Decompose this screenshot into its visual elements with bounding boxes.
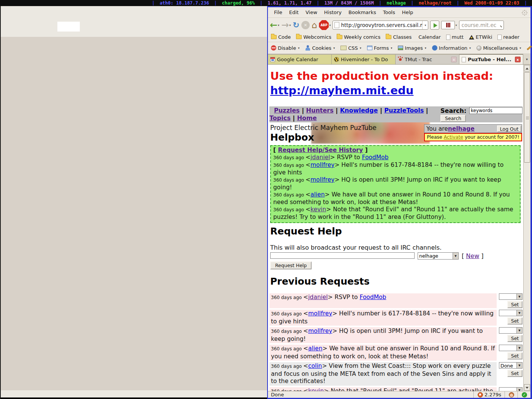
adblock-caret[interactable]: ▾: [329, 24, 331, 27]
webdev-menu-item[interactable]: Outline: [527, 45, 532, 51]
request-row-text: 360 days ago <mollfrey> Hell's number is…: [269, 310, 497, 326]
webdev-menu-item[interactable]: Cookies ▾: [305, 45, 335, 51]
forward-history-caret[interactable]: ▾: [289, 24, 291, 27]
site-nav-link[interactable]: PuzzleTools: [384, 107, 424, 114]
bookmark-item[interactable]: ETWiki: [469, 34, 492, 40]
row-user-link[interactable]: jdaniel: [308, 294, 328, 301]
web-search-input[interactable]: course.mit.ec: [462, 22, 497, 28]
site-search-button[interactable]: Search: [440, 115, 466, 122]
entry-user-link[interactable]: jdaniel: [310, 154, 330, 161]
row-user-link[interactable]: alien: [308, 345, 322, 352]
site-search-input[interactable]: keywords: [469, 107, 522, 114]
back-history-caret[interactable]: ▾: [278, 24, 279, 27]
left-window-minibuffer: [1, 397, 267, 399]
set-button[interactable]: Set: [507, 352, 522, 359]
webdev-menu-item[interactable]: Disable ▾: [271, 45, 299, 51]
entry-user-link[interactable]: alien: [310, 191, 325, 198]
vertical-scrollbar[interactable]: [523, 65, 530, 391]
tab-list-dropdown[interactable]: ▾: [523, 54, 530, 64]
mayhem-link[interactable]: http://mayhem.mit.edu: [270, 84, 413, 97]
url-input[interactable]: http://groovytron.servers.csail.mit: [341, 22, 422, 28]
status-select[interactable]: ▼: [499, 310, 522, 316]
requester-select[interactable]: nelhage▼: [418, 252, 459, 260]
scrollbar-thumb[interactable]: [524, 72, 530, 163]
request-help-input[interactable]: [270, 252, 415, 259]
browser-tab[interactable]: PuzTube - Hel... x: [459, 54, 523, 64]
browser-tab[interactable]: Hiveminder - To Do: [332, 54, 396, 64]
row-user-link[interactable]: mollfrey: [308, 310, 332, 317]
activate-link[interactable]: Activate: [444, 134, 463, 140]
menu-item[interactable]: Help: [399, 8, 416, 16]
stop-button[interactable]: ✕: [301, 21, 310, 29]
site-nav-link[interactable]: Knowledge: [340, 107, 378, 114]
url-dropdown-caret[interactable]: ▾: [422, 21, 428, 29]
tab-close-icon[interactable]: x: [515, 57, 521, 62]
username-link[interactable]: nelhage: [448, 125, 475, 132]
set-button[interactable]: Set: [507, 317, 522, 325]
bookmark-item[interactable]: Calendar: [417, 34, 440, 40]
status-select[interactable]: ▼: [499, 387, 522, 391]
tab-close-icon[interactable]: x: [451, 57, 457, 62]
webdev-menu-item[interactable]: Miscellaneous ▾: [477, 45, 521, 51]
webdev-menu-item[interactable]: Information ▾: [432, 45, 471, 51]
set-button[interactable]: Set: [507, 301, 522, 308]
entry-user-link[interactable]: mollfrey: [310, 176, 334, 183]
browser-tab[interactable]: TMut - Trac x: [396, 54, 459, 64]
go-button[interactable]: [430, 21, 439, 30]
menu-item[interactable]: Tools: [380, 8, 398, 16]
row-user-link[interactable]: kevin: [308, 388, 324, 391]
url-bar[interactable]: http://groovytron.servers.csail.mit ▾: [332, 21, 428, 30]
webdev-menu-item[interactable]: Forms ▾: [367, 45, 393, 51]
row-user-link[interactable]: colin: [308, 363, 322, 369]
bookmark-item[interactable]: Code: [271, 34, 291, 40]
new-link[interactable]: New: [466, 252, 479, 260]
bookmark-item[interactable]: mutt: [446, 34, 464, 40]
scroll-up-button[interactable]: [524, 65, 530, 71]
entry-inline-link[interactable]: FoodMob: [362, 154, 389, 161]
bookmark-item[interactable]: Classes: [386, 34, 412, 40]
scroll-down-button[interactable]: [524, 384, 530, 391]
menu-item[interactable]: Bookmarks: [345, 8, 379, 16]
logout-button[interactable]: Log Out: [497, 125, 521, 132]
row-user-link[interactable]: mollfrey: [308, 328, 332, 334]
favicon-page-icon: [334, 22, 339, 28]
browser-tab[interactable]: Google Calendar: [268, 54, 332, 64]
mit-cert-button[interactable]: ▾: [441, 21, 457, 29]
status-check-section[interactable]: ✓: [518, 391, 530, 398]
site-nav-link[interactable]: Topics: [269, 114, 291, 122]
status-select[interactable]: ▼: [499, 327, 522, 334]
site-nav-link[interactable]: Hunters: [306, 107, 334, 114]
bookmark-item[interactable]: reader: [497, 34, 519, 40]
menu-item[interactable]: History: [321, 8, 345, 16]
greasemonkey-section[interactable]: [505, 391, 518, 398]
set-button[interactable]: Set: [507, 370, 522, 377]
bookmark-item[interactable]: Weekly comics: [337, 34, 380, 40]
reload-button[interactable]: ↻: [293, 21, 299, 30]
back-button[interactable]: ←▾: [270, 21, 279, 30]
menu-item[interactable]: View: [302, 8, 320, 16]
entry-user-link[interactable]: mollfrey: [310, 162, 334, 168]
site-nav-link[interactable]: Home: [297, 114, 317, 122]
webdev-menu-item[interactable]: Images ▾: [398, 45, 426, 51]
web-search-bar[interactable]: course.mit.ec: [459, 21, 504, 30]
entry-user-link[interactable]: kevin: [310, 206, 326, 213]
home-button[interactable]: ⌂: [312, 20, 317, 30]
load-timer-section[interactable]: 2.279s: [473, 391, 505, 398]
bookmark-item[interactable]: Webcomics: [296, 34, 331, 40]
row-inline-link[interactable]: FoodMob: [360, 294, 386, 301]
request-help-button[interactable]: Request Help: [270, 261, 312, 269]
magnifier-icon[interactable]: [497, 22, 503, 28]
forward-button[interactable]: →▾: [281, 21, 291, 30]
status-select[interactable]: Done▼: [499, 362, 522, 369]
status-select[interactable]: ▼: [499, 345, 522, 351]
site-nav-link[interactable]: Puzzles: [274, 107, 300, 114]
set-button[interactable]: Set: [507, 335, 522, 342]
webdev-label: CSS: [348, 45, 358, 51]
request-history-link[interactable]: Request Help/See History: [278, 147, 363, 154]
adblock-button[interactable]: ABP▾: [319, 20, 331, 30]
status-select[interactable]: ▼: [499, 293, 522, 300]
menu-item[interactable]: File: [271, 8, 285, 16]
webdev-menu-item[interactable]: CSS ▾: [340, 45, 361, 51]
menu-item[interactable]: Edit: [286, 8, 302, 16]
mit-cert-caret[interactable]: ▾: [455, 24, 457, 27]
